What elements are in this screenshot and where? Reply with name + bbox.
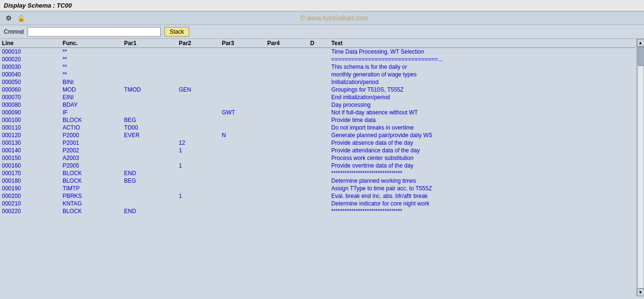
cell-par3 [220,185,266,192]
cell-text: ================================... [329,56,635,63]
scroll-thumb[interactable] [638,47,644,66]
cell-func: ACTIO [61,124,122,131]
cell-par3 [220,71,266,78]
table-row[interactable]: 000160P20051Provide overtime data of the… [0,162,635,169]
cell-text: Time Data Processing, WT Selection [329,48,635,56]
cell-par3 [220,63,266,71]
col-func: Func. [61,39,122,48]
cell-func: BLOCK [61,177,122,185]
cell-line: 000190 [0,185,61,192]
cell-line: 000200 [0,192,61,200]
table-row[interactable]: 000030**This schema is for the daily or [0,63,635,71]
scroll-track[interactable] [637,47,644,289]
cell-func: A2003 [61,154,122,162]
scroll-down-arrow[interactable]: ▼ [637,289,644,296]
cell-par1 [122,78,177,86]
table-row[interactable]: 000210KNTAGDetermine indicator for core … [0,200,635,207]
cell-par2 [177,109,220,116]
cell-d [308,124,329,131]
table-row[interactable]: 000110ACTIOTD00Do not import breaks in o… [0,124,635,131]
cell-line: 000150 [0,154,61,162]
cell-par4 [265,124,308,131]
cell-text: monthly generation of wage types [329,71,635,78]
command-bar: Cmmnd Stack [0,25,644,39]
scrollbar-vertical[interactable]: ▲ ▼ [636,39,644,296]
cell-func: IF [61,109,122,116]
cell-par4 [265,162,308,169]
cell-par3 [220,101,266,109]
cell-text: Provide attendance data of the day [329,147,635,154]
cell-text: Groupings for T510S, T555Z [329,86,635,93]
cell-d [308,139,329,147]
table-row[interactable]: 000090IFGWTNot if full-day absence witho… [0,109,635,116]
cell-d [308,86,329,93]
cell-line: 000020 [0,56,61,63]
table-row[interactable]: 000170BLOCKEND**************************… [0,169,635,177]
cell-line: 000120 [0,131,61,139]
scroll-up-arrow[interactable]: ▲ [637,39,644,47]
cell-func: ** [61,56,122,63]
cell-func: MOD [61,86,122,93]
cell-par3 [220,139,266,147]
cell-par4 [265,86,308,93]
table-row[interactable]: 000040**monthly generation of wage types [0,71,635,78]
cell-text: Do not import breaks in overtime [329,124,635,131]
table-row[interactable]: 000150A2003Process work center substitut… [0,154,635,162]
cell-text: Provide absence data of the day [329,139,635,147]
command-input[interactable] [28,27,161,37]
cell-line: 000050 [0,78,61,86]
table-row[interactable]: 000120P2000EVERNGenerate planned pair/pr… [0,131,635,139]
cell-par2 [177,200,220,207]
table-row[interactable]: 000020**================================… [0,56,635,63]
cell-par2 [177,154,220,162]
table-row[interactable]: 000010**Time Data Processing, WT Selecti… [0,48,635,56]
table-row[interactable]: 000190TIMTPAssign TType to time pair acc… [0,185,635,192]
cell-text: This schema is for the daily or [329,63,635,71]
cell-func: P2001 [61,139,122,147]
cell-text: Process work center substitution [329,154,635,162]
table-row[interactable]: 000140P20021Provide attendance data of t… [0,147,635,154]
cell-line: 000070 [0,93,61,101]
table-row[interactable]: 000060MODTMODGENGroupings for T510S, T55… [0,86,635,93]
cell-par2 [177,177,220,185]
table-row[interactable]: 000050BINIInitialization/period [0,78,635,86]
table-row[interactable]: 000070EINIEnd initialization/period [0,93,635,101]
cell-line: 000110 [0,124,61,131]
table-row[interactable]: 000130P200112Provide absence data of the… [0,139,635,147]
table-row[interactable]: 000180BLOCKBEGDetermine planned working … [0,177,635,185]
lock-icon[interactable]: 🔒 [16,13,26,23]
table-row[interactable]: 000080BDAYDay processing [0,101,635,109]
cell-line: 000170 [0,169,61,177]
cell-text: Determine indicator for core night work [329,200,635,207]
table-row[interactable]: 000200PBRKS1Eval. break end inc. abs. bf… [0,192,635,200]
cell-text: End initialization/period [329,93,635,101]
cell-par2: 1 [177,192,220,200]
table-row[interactable]: 000220BLOCKEND**************************… [0,207,635,215]
table-row[interactable]: 000100BLOCKBEGProvide time data [0,116,635,124]
cell-par1 [122,185,177,192]
cell-par3 [220,116,266,124]
cell-func: KNTAG [61,200,122,207]
cell-par4 [265,101,308,109]
cell-func: BDAY [61,101,122,109]
cell-func: BLOCK [61,207,122,215]
settings-icon[interactable]: ⚙ [4,13,13,23]
cell-par1 [122,71,177,78]
command-label: Cmmnd [4,28,24,35]
cell-par2 [177,48,220,56]
cell-func: ** [61,71,122,78]
cell-d [308,93,329,101]
cell-line: 000030 [0,63,61,71]
watermark: © www.tutorialkart.com [29,14,640,22]
stack-button[interactable]: Stack [164,27,189,37]
cell-par2 [177,78,220,86]
cell-text: Provide overtime data of the day [329,162,635,169]
cell-par2 [177,207,220,215]
cell-par2 [177,56,220,63]
cell-par3 [220,78,266,86]
cell-func: BINI [61,78,122,86]
cell-par3 [220,207,266,215]
col-par3: Par3 [220,39,266,48]
main-content: Line Func. Par1 Par2 Par3 Par4 D Text 00… [0,39,644,296]
cell-line: 000060 [0,86,61,93]
